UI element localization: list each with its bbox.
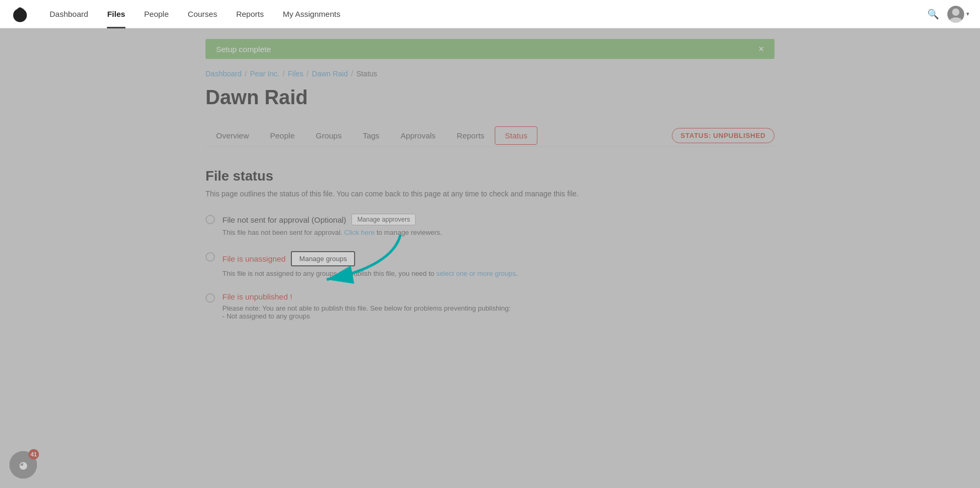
user-avatar-dropdown[interactable]: ▾ — [947, 6, 969, 23]
navbar-search-area: 🔍 ▾ — [925, 6, 969, 23]
nav-reports[interactable]: Reports — [227, 0, 273, 28]
tabs-container: Overview People Groups Tags Approvals Re… — [205, 125, 775, 147]
status-badge: STATUS: UNPUBLISHED — [672, 128, 775, 143]
main-content: Setup complete × Dashboard / Pear Inc. /… — [174, 39, 806, 356]
tab-people[interactable]: People — [260, 125, 306, 146]
status-item-unpublished-header: File is unpublished ! — [222, 292, 511, 301]
status-item-approval-content: File not sent for approval (Optional) Ma… — [222, 214, 442, 236]
status-item-unpublished-label: File is unpublished ! — [222, 292, 292, 301]
navbar: Dashboard Files People Courses Reports M… — [0, 0, 980, 28]
nav-courses[interactable]: Courses — [178, 0, 227, 28]
avatar-caret: ▾ — [966, 11, 969, 17]
svg-point-3 — [952, 8, 959, 16]
status-item-unassigned-content: File is unassigned Manage groups This fi… — [222, 251, 518, 277]
avatar[interactable] — [947, 6, 964, 23]
breadcrumb-pear-inc[interactable]: Pear Inc. — [250, 69, 279, 78]
breadcrumb-sep-4: / — [351, 69, 353, 78]
status-item-unassigned-desc: This file is not assigned to any groups.… — [222, 270, 518, 277]
breadcrumb-sep-2: / — [282, 69, 285, 78]
breadcrumb-current: Status — [356, 69, 377, 78]
status-item-unpublished: File is unpublished ! Please note: You a… — [205, 292, 775, 320]
setup-banner-text: Setup complete — [216, 45, 271, 54]
status-item-unassigned-header: File is unassigned Manage groups — [222, 251, 518, 266]
select-groups-link[interactable]: select one or more groups — [436, 270, 516, 277]
status-item-unpublished-desc-2: - Not assigned to any groups — [222, 312, 511, 320]
nav-links: Dashboard Files People Courses Reports M… — [40, 0, 925, 28]
tab-groups[interactable]: Groups — [305, 125, 352, 146]
nav-my-assignments[interactable]: My Assignments — [273, 0, 350, 28]
close-banner-button[interactable]: × — [758, 44, 764, 54]
breadcrumb: Dashboard / Pear Inc. / Files / Dawn Rai… — [205, 69, 775, 78]
breadcrumb-sep-3: / — [307, 69, 309, 78]
click-here-link[interactable]: Click here — [344, 228, 375, 236]
breadcrumb-dawn-raid[interactable]: Dawn Raid — [312, 69, 348, 78]
status-item-unassigned-label: File is unassigned — [222, 254, 286, 263]
status-item-approval-header: File not sent for approval (Optional) Ma… — [222, 214, 442, 225]
breadcrumb-files[interactable]: Files — [288, 69, 303, 78]
page-title: Dawn Raid — [205, 86, 775, 109]
tab-tags[interactable]: Tags — [352, 125, 390, 146]
tab-approvals[interactable]: Approvals — [390, 125, 446, 146]
status-radio-unpublished — [205, 293, 215, 303]
nav-files[interactable]: Files — [97, 0, 134, 28]
tab-reports[interactable]: Reports — [446, 125, 495, 146]
file-status-title: File status — [205, 168, 775, 184]
tab-status[interactable]: Status — [495, 126, 537, 145]
svg-point-2 — [21, 8, 24, 12]
status-item-unassigned: File is unassigned Manage groups This fi… — [205, 251, 775, 277]
search-button[interactable]: 🔍 — [925, 6, 941, 22]
status-radio-approval — [205, 215, 215, 224]
svg-point-4 — [949, 17, 962, 23]
file-status-description: This page outlines the status of this fi… — [205, 190, 775, 198]
tabs: Overview People Groups Tags Approvals Re… — [205, 125, 537, 146]
status-item-unpublished-content: File is unpublished ! Please note: You a… — [222, 292, 511, 320]
app-logo[interactable] — [11, 5, 30, 24]
tab-overview[interactable]: Overview — [205, 125, 260, 146]
svg-text:◕: ◕ — [19, 460, 27, 471]
nav-people[interactable]: People — [135, 0, 179, 28]
setup-banner: Setup complete × — [205, 39, 775, 59]
notification-badge: 41 — [28, 449, 39, 460]
status-item-unpublished-desc-1: Please note: You are not able to publish… — [222, 304, 511, 312]
status-item-approval: File not sent for approval (Optional) Ma… — [205, 214, 775, 236]
manage-approvers-button[interactable]: Manage approvers — [351, 214, 416, 225]
file-status-section: File status This page outlines the statu… — [205, 147, 775, 356]
notification-widget[interactable]: ◕ 41 — [9, 451, 37, 479]
breadcrumb-sep-1: / — [245, 69, 247, 78]
status-item-approval-desc: This file has not been sent for approval… — [222, 228, 442, 236]
breadcrumb-dashboard[interactable]: Dashboard — [205, 69, 242, 78]
nav-dashboard[interactable]: Dashboard — [40, 0, 97, 28]
status-item-approval-label: File not sent for approval (Optional) — [222, 215, 346, 224]
manage-groups-button[interactable]: Manage groups — [291, 251, 355, 266]
status-radio-unassigned — [205, 252, 215, 262]
status-items-wrapper: File not sent for approval (Optional) Ma… — [205, 214, 775, 320]
